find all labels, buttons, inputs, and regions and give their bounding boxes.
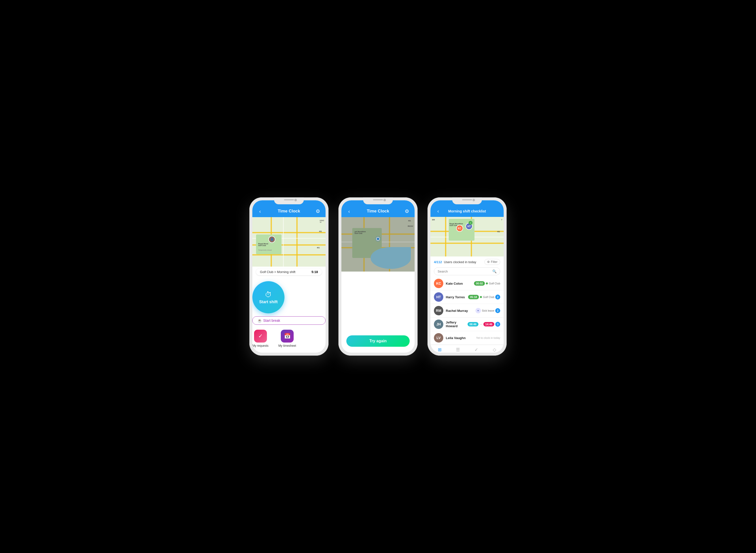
club-label: Sick leave — [482, 309, 494, 312]
my-requests-label: My requests — [252, 344, 269, 347]
timesheets-icon: ☰ — [456, 347, 460, 352]
phone1-map: Royal WoodGolf Club Temporarily closed 👤… — [252, 217, 325, 266]
avatar: JH — [434, 320, 443, 329]
yet-label: Yet to clock in today — [476, 336, 500, 339]
time-end-badge: 14:46 — [483, 322, 494, 326]
breadcrumb-text: Golf Club > Morning shift — [260, 270, 295, 274]
time-badge: 05:18 — [468, 295, 479, 299]
search-bar: 🔍 — [434, 267, 500, 275]
list-item[interactable]: KC Kate Colon 00:02 Golf Club — [431, 277, 504, 290]
start-break-label: Start break — [263, 319, 280, 322]
status-dot — [480, 296, 482, 298]
badge-count: 3 — [495, 322, 500, 327]
user-status: Yet to clock in today — [476, 336, 500, 339]
filter-icon: ⚙ — [487, 260, 490, 264]
user-name: Rachel Murray — [446, 309, 473, 313]
users-header: 4/112 Users clocked in today ⚙ Filter — [431, 256, 504, 266]
notch-3 — [452, 198, 482, 204]
user-status: 05:18 Golf Club 2 — [468, 295, 500, 300]
try-again-button[interactable]: Try again — [346, 335, 410, 347]
calendar-icon: 📅 — [284, 333, 291, 339]
avatar: HT — [434, 292, 443, 302]
notch-2 — [363, 198, 393, 204]
avatar: LV — [434, 333, 443, 342]
timesheet-icon-box: 📅 — [281, 330, 294, 342]
nav-requests[interactable]: ✓ Requests — [467, 347, 485, 353]
requests-icon-box: ✓ — [254, 330, 267, 342]
user-name: Leila Vaughn — [446, 336, 474, 340]
my-requests-action[interactable]: ✓ My requests — [252, 330, 269, 347]
user-list: KC Kate Colon 00:02 Golf Club HT Harry T… — [431, 277, 504, 345]
nav-activity[interactable]: ◇ Activity — [485, 347, 504, 353]
user-status: ✦ Sick leave 2 — [475, 308, 500, 313]
club-label: Golf Club — [483, 296, 494, 299]
list-item[interactable]: JH Jeffery Howard 08:46 → 14:46 3 — [431, 318, 504, 331]
list-item[interactable]: LV Leila Vaughn Yet to clock in today — [431, 331, 504, 345]
back-button-3[interactable]: ‹ — [434, 208, 442, 214]
search-input[interactable] — [438, 269, 490, 273]
bottom-actions: ✓ My requests 📅 My timesheet — [252, 330, 325, 347]
start-break-button[interactable]: ☕ Start break — [252, 316, 325, 325]
phone3-title: Morning shift checklist — [442, 209, 492, 213]
nav-timesheets[interactable]: ☰ Timesheets — [449, 347, 467, 353]
sick-icon: ✦ — [475, 308, 481, 313]
list-item[interactable]: RM Rachel Murray ✦ Sick leave 2 — [431, 304, 504, 318]
my-timesheet-action[interactable]: 📅 My timesheet — [278, 330, 296, 347]
badge-count: 2 — [495, 308, 500, 313]
phone2-maps: yal WoodbineGolf Club 401 RICHV — [342, 217, 414, 271]
phone-3: ‹ Morning shift checklist Royal Woodbine… — [428, 198, 507, 356]
break-icon: ☕ — [257, 319, 262, 322]
settings-button-1[interactable]: ⚙ — [314, 208, 322, 214]
arrow-icon: → — [479, 322, 482, 326]
bottom-nav: ⊞ Today ☰ Timesheets ✓ Requests ◇ Activi… — [431, 345, 504, 353]
avatar: RM — [434, 306, 443, 315]
filter-button[interactable]: ⚙ Filter — [484, 259, 500, 265]
user-name: Harry Torres — [446, 295, 466, 299]
search-icon: 🔍 — [492, 269, 497, 273]
start-shift-button[interactable]: ⏱ Start shift — [252, 281, 285, 313]
list-item[interactable]: HT Harry Torres 05:18 Golf Club 2 — [431, 290, 504, 304]
time-badge: 00:02 — [474, 281, 485, 286]
back-button-1[interactable]: ‹ — [256, 209, 264, 214]
phone1-title: Time Clock — [264, 209, 314, 214]
map-overlay — [342, 217, 414, 271]
nav-today[interactable]: ⊞ Today — [431, 347, 449, 353]
count-indicator: 2 — [468, 221, 472, 225]
phone3-map: Royal WoodbineGolf Club 401 KC HT 2 309 … — [431, 217, 504, 256]
status-dot — [486, 283, 488, 285]
breadcrumb-bar: Golf Club > Morning shift 5:18 — [256, 268, 322, 275]
phone2-map-top: yal WoodbineGolf Club 401 RICHV — [342, 217, 414, 271]
user-name: Jeffery Howard — [446, 321, 465, 328]
settings-button-2[interactable]: ⚙ — [403, 208, 411, 214]
phone-2: ‹ Time Clock ⚙ — [338, 198, 418, 356]
phone3-content: 4/112 Users clocked in today ⚙ Filter 🔍 — [431, 256, 504, 353]
filter-label: Filter — [491, 260, 498, 264]
phone2-title: Time Clock — [353, 209, 403, 214]
back-button-2[interactable]: ‹ — [345, 209, 353, 214]
badge-count: 2 — [495, 295, 500, 300]
today-icon: ⊞ — [438, 347, 442, 352]
clock-icon: ⏱ — [265, 291, 272, 299]
my-timesheet-label: My timesheet — [278, 344, 296, 347]
user-status: 00:02 Golf Club — [474, 281, 500, 286]
breadcrumb-time: 5:18 — [311, 270, 318, 274]
user-name: Kate Colon — [446, 282, 471, 286]
start-shift-label: Start shift — [259, 300, 278, 304]
users-count: 4/112 Users clocked in today — [434, 260, 476, 264]
activity-icon: ◇ — [493, 347, 496, 352]
notch-1 — [274, 198, 304, 204]
avatar: KC — [434, 279, 443, 288]
check-icon: ✓ — [258, 333, 263, 339]
time-start-badge: 08:46 — [467, 322, 478, 326]
user-status: 08:46 → 14:46 3 — [467, 322, 500, 327]
phone1-content: ⏱ Start shift ☕ Start break ✓ My request… — [252, 277, 325, 347]
phone-1: ‹ Time Clock ⚙ Royal WoodGolf Clu — [249, 198, 328, 356]
requests-icon: ✓ — [474, 347, 478, 352]
club-label: Golf Club — [489, 282, 500, 285]
